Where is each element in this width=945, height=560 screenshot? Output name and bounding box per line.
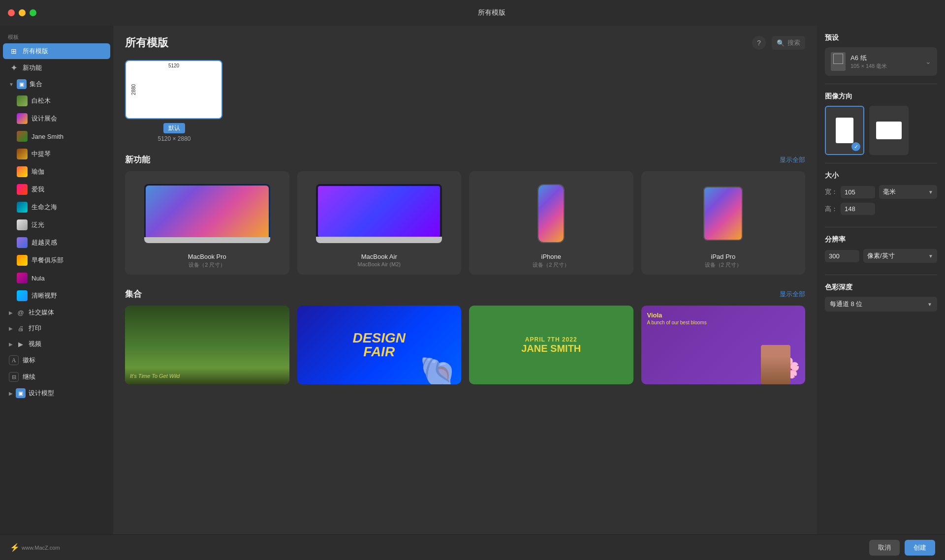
new-features-header: 新功能 显示全部: [125, 154, 805, 165]
search-box[interactable]: 🔍 搜索: [772, 36, 805, 50]
maximize-button[interactable]: [30, 9, 36, 16]
sidebar-item-label: 设计模型: [29, 389, 54, 398]
thumb-yoga: [17, 166, 28, 177]
at-icon: @: [16, 308, 26, 317]
iphone-screen: [538, 185, 564, 242]
resolution-input[interactable]: [825, 250, 859, 262]
watermark-text: www.MacZ.com: [22, 545, 60, 551]
right-panel: 预设 A6 纸 105 × 148 毫米 ⌄ 图像方向 ✓: [817, 26, 945, 534]
watermark-icon: ⚡: [10, 543, 20, 552]
forest-overlay: It's Time To Get Wild: [125, 368, 289, 384]
sidebar-item-new-feature[interactable]: ✦ 新功能: [3, 60, 110, 76]
iphone-info: iPhone 设备（2 尺寸）: [477, 248, 626, 275]
create-button[interactable]: 创建: [905, 540, 935, 556]
collection-card-forest[interactable]: It's Time To Get Wild: [125, 306, 289, 384]
collection-show-all[interactable]: 显示全部: [780, 290, 805, 299]
divider-3: [825, 227, 937, 227]
sidebar-item-shirasunoki[interactable]: 白松木: [3, 93, 110, 109]
iphone-name: iPhone: [477, 253, 626, 260]
sidebar-item-label: 中提琴: [32, 150, 51, 158]
sidebar-item-label: Nula: [32, 275, 45, 282]
sidebar-item-breakfast[interactable]: 早餐俱乐部: [3, 252, 110, 269]
macbook-air-base: [316, 237, 442, 243]
preset-section: 预设 A6 纸 105 × 148 毫米 ⌄: [825, 33, 937, 76]
sidebar: 模板 ⊞ 所有模版 ✦ 新功能 ▼ ▣ 集合 白松木 设计展会 Jane Smi: [0, 26, 113, 534]
sidebar-item-continue[interactable]: ⊟ 继续: [3, 369, 110, 385]
color-depth-selector[interactable]: 每通道 8 位 ▼: [825, 297, 937, 311]
orientation-portrait-button[interactable]: ✓: [825, 106, 864, 155]
sidebar-section-label: 模板: [0, 30, 113, 43]
sidebar-item-label: 设计展会: [32, 114, 57, 123]
sidebar-item-ocean[interactable]: 生命之海: [3, 199, 110, 216]
sidebar-item-design-fair[interactable]: 设计展会: [3, 110, 110, 127]
sidebar-item-label: 超越灵感: [32, 238, 57, 247]
size-section: 大小 宽： 毫米 ▼ 高：: [825, 171, 937, 219]
divider-2: [825, 163, 937, 163]
close-button[interactable]: [8, 9, 15, 16]
sidebar-group-video[interactable]: ▶ ▶ 视频: [3, 337, 110, 351]
cancel-button[interactable]: 取消: [869, 540, 900, 556]
macbook-pro-info: MacBook Pro 设备（2 尺寸）: [133, 248, 282, 275]
sidebar-item-label: 社交媒体: [29, 308, 54, 317]
sidebar-item-spirit[interactable]: 超越灵感: [3, 234, 110, 251]
height-label: 2880: [131, 84, 136, 95]
iphone-image: [477, 179, 626, 248]
chevron-right-icon: ▶: [9, 342, 13, 347]
sidebar-item-label: 视频: [29, 340, 41, 348]
new-features-show-all[interactable]: 显示全部: [780, 156, 805, 164]
sidebar-item-clear[interactable]: 清晰视野: [3, 287, 110, 304]
sidebar-item-light[interactable]: 泛光: [3, 217, 110, 233]
thumb-breakfast: [17, 255, 28, 266]
thumb-ocean: [17, 202, 28, 213]
sidebar-group-collection[interactable]: ▼ ▣ 集合: [3, 77, 110, 92]
macbook-air-sub: MacBook Air (M2): [305, 261, 454, 267]
resolution-unit-selector[interactable]: 像素/英寸 ▼: [863, 249, 937, 263]
macbook-pro-sub: 设备（2 尺寸）: [133, 261, 282, 269]
sidebar-item-love[interactable]: 爱我: [3, 181, 110, 198]
preset-section-title: 预设: [825, 33, 937, 42]
macbook-pro-mockup: [144, 184, 270, 243]
sidebar-item-label: 早餐俱乐部: [32, 256, 63, 265]
thumb-shirasunoki: [17, 95, 28, 106]
sidebar-item-nula[interactable]: Nula: [3, 270, 110, 286]
sidebar-group-print[interactable]: ▶ 🖨 打印: [3, 321, 110, 336]
unit-selector[interactable]: 毫米 ▼: [879, 185, 937, 199]
orientation-section: 图像方向 ✓: [825, 92, 937, 155]
template-card-macbook-air[interactable]: MacBook Air MacBook Air (M2): [297, 171, 462, 275]
sidebar-item-viola[interactable]: 中提琴: [3, 146, 110, 162]
sidebar-item-all-templates[interactable]: ⊞ 所有模版: [3, 43, 110, 59]
sidebar-item-badge[interactable]: A 徽标: [3, 352, 110, 368]
chevron-right-icon: ▶: [9, 391, 13, 396]
default-card[interactable]: 5120 2880 默认 5120 × 2880: [125, 60, 223, 142]
height-input[interactable]: [841, 203, 875, 215]
template-card-macbook-pro[interactable]: MacBook Pro 设备（2 尺寸）: [125, 171, 289, 275]
collection-card-jane[interactable]: APRIL 7TH 2022 JANE SMITH: [469, 306, 633, 384]
page-title: 所有模版: [125, 35, 168, 50]
height-label-text: 高：: [825, 205, 837, 214]
viola-content: Viola A bunch of our best blooms: [647, 311, 800, 325]
preset-selector[interactable]: A6 纸 105 × 148 毫米 ⌄: [825, 47, 937, 76]
iphone-sub: 设备（2 尺寸）: [477, 261, 626, 269]
sidebar-item-label: 生命之海: [32, 203, 57, 212]
help-button[interactable]: ?: [752, 36, 766, 50]
orientation-landscape-button[interactable]: [869, 106, 909, 155]
sidebar-group-design-model[interactable]: ▶ ▣ 设计模型: [3, 386, 110, 401]
collection-card-design-fair[interactable]: DESIGN FAIR 🐚: [297, 306, 462, 384]
sidebar-item-label: 新功能: [23, 63, 42, 72]
ipad-pro-screen: [704, 187, 742, 240]
sidebar-item-label: 白松木: [32, 96, 51, 105]
ipad-pro-info: iPad Pro 设备（2 尺寸）: [649, 248, 798, 275]
sidebar-item-jane-smith[interactable]: Jane Smith: [3, 128, 110, 145]
collection-card-viola[interactable]: Viola A bunch of our best blooms 🌸: [641, 306, 806, 384]
main-content: 所有模版 ? 🔍 搜索 5120 2880 默认 5120 × 2880: [113, 26, 817, 534]
ipad-pro-sub: 设备（2 尺寸）: [649, 261, 798, 269]
grid-icon: ⊞: [9, 46, 19, 56]
template-card-iphone[interactable]: iPhone 设备（2 尺寸）: [469, 171, 633, 275]
sidebar-item-yoga[interactable]: 瑜伽: [3, 163, 110, 180]
width-input[interactable]: [841, 186, 875, 198]
width-label: 5120: [168, 63, 179, 68]
thumb-spirit: [17, 237, 28, 248]
sidebar-group-social[interactable]: ▶ @ 社交媒体: [3, 305, 110, 320]
template-card-ipad-pro[interactable]: iPad Pro 设备（2 尺寸）: [641, 171, 806, 275]
minimize-button[interactable]: [19, 9, 26, 16]
